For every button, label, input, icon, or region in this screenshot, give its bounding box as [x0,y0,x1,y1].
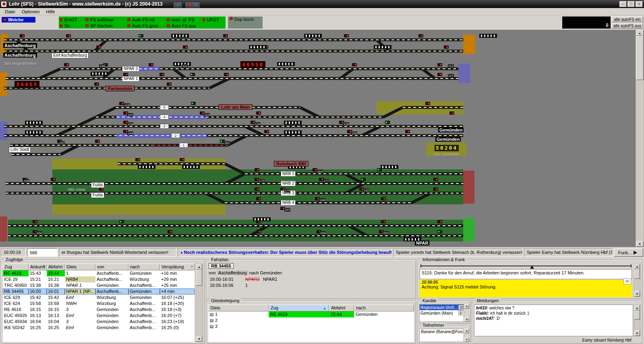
titlebar[interactable]: Lohr (SFS) - StellwerkSim - www.stellwer… [0,0,644,8]
table-row[interactable]: ICE 2915:2115:21NRB4Aschaffenb...Würzbur… [3,276,195,282]
toolbar-button[interactable]: Auto FS rot [127,17,155,22]
cell: 16:20 (+7) [160,313,195,319]
scroll-track[interactable] [634,279,640,291]
background-tab[interactable]: × [185,2,201,8]
command-input[interactable] [27,248,58,257]
scroll-up-icon[interactable]: ▲ [634,264,640,269]
scroll-thumb[interactable] [634,269,640,279]
entry-time: 16:00-16:01 [210,277,245,282]
scroll-thumb[interactable] [636,36,644,80]
channel-item[interactable]: Regionsraum (#rr0...20 [420,305,464,310]
cell: Gemünden [128,295,160,301]
scroll-up-icon[interactable]: ▲ [464,304,469,309]
column-header[interactable]: Ankunft [29,264,47,270]
scroll-down-icon[interactable]: ▼ [464,338,469,342]
diagram-scrollbar[interactable]: ▲ ▼ [636,30,644,247]
track-diagram[interactable]: AschaffenburgAschaffenburgEinf Aschaffen… [0,30,636,247]
scroll-track[interactable] [196,286,202,336]
train-number[interactable]: RB 34455 [209,263,234,269]
dsp-loesch-button[interactable]: Dsp lösch [228,16,263,29]
toolbar-button[interactable]: UFGT [202,17,219,22]
background-tab[interactable]: × [173,2,182,8]
column-header[interactable]: von [95,264,128,270]
cell: Würzburg [95,295,128,301]
table-row[interactable]: RE 461915:4315:441Aschaffenb...Gemünden+… [3,270,195,276]
scroll-up-icon[interactable]: ▲ [636,30,644,36]
table-row[interactable]: EUC 4592516:1316:13EinfGemündenAschaffen… [3,313,195,319]
zugfolge-scrollbar[interactable]: ▲ ▼ [196,264,203,342]
menu-item-optionen[interactable]: Optionen [19,9,43,14]
column-header[interactable]: Verspätung▼ [160,264,195,270]
minimize-button[interactable]: — [619,1,627,7]
maximize-button[interactable]: □ [627,1,635,7]
column-header[interactable]: nach [128,264,160,270]
chat-message: michi147: :D [476,316,631,321]
toolbar-button[interactable]: Auto FS grün [127,23,158,28]
table-row[interactable]: 2 [208,317,414,323]
close-icon: × [195,3,197,7]
table-row[interactable]: RB 3445516:0016:01NPAR 1 (NP...Aschaffen… [3,288,195,295]
scroll-down-icon[interactable]: ▼ [634,330,640,336]
scroll-up-icon[interactable]: ▲ [634,305,640,311]
table-row[interactable]: ICE 62915:4215:42EinfWürzburgGemünden16:… [3,295,195,301]
kanaele-scrollbar[interactable]: ▲ ▼ [464,304,469,322]
funk-message-list[interactable]: S115: Danke für den Anruf, die Arbeiten … [420,269,632,279]
column-header[interactable]: Zug▲ [269,305,329,311]
table-row[interactable]: 1RE 461915:44Gemünden [208,311,414,317]
slider-pointer-icon[interactable] [530,264,534,269]
toolbar: Weiche ErsGTFS auflösenAuto FS rotman. g… [0,15,644,30]
toolbar-button[interactable]: man. gl. FS [167,17,194,22]
column-header[interactable]: Gleis [208,305,269,311]
toolbar-button[interactable]: FS auflösen [85,17,114,22]
scroll-thumb[interactable] [634,311,640,319]
table-row[interactable]: 3 [208,323,414,330]
teilnehmer-scrollbar[interactable]: ▲ ▼ [464,329,469,342]
table-row[interactable]: RE 461616:1516:153GemündenAschaffenb...1… [3,307,195,313]
scroll-thumb[interactable] [196,270,202,286]
meldungen-list[interactable]: br610: welches stw ?Flakki: ich halt in … [474,305,633,336]
gleis-number: 3 [215,324,217,329]
column-header[interactable]: Abfahrt [47,264,65,270]
scroll-up-icon[interactable]: ▲ [464,329,469,333]
cell: 15:43 [29,270,47,276]
info-scrollbar[interactable]: ▲ ▼ [634,263,640,297]
meldungen-scrollbar[interactable]: ▲ ▼ [634,305,640,336]
toolbar-button[interactable]: SP löschen [85,23,112,28]
window-controls: — □ × [619,1,643,7]
scroll-track[interactable] [634,319,640,330]
table-row[interactable]: TRC 4095015:3815:38NPAR 1GemündenAschaff… [3,282,195,288]
alle-autofs-aus-button[interactable]: alle autoFS aus [611,23,643,29]
menu-item-datei[interactable]: Datei [2,9,19,14]
column-header[interactable]: Gleis [65,264,95,270]
funk-button[interactable]: Funk... [614,248,643,257]
column-header[interactable]: Zug [3,264,29,270]
alle-autofs-ein-button[interactable]: alle autoFS ein [611,16,643,22]
zugfolge-body: RE 461915:4315:441Aschaffenb...Gemünden+… [3,270,195,331]
status-message-3: Spieler yxredx hat Stellwerk Steinach (b… [393,248,523,257]
scroll-down-icon[interactable]: ▼ [634,291,640,297]
participant-item[interactable]: Banane (Banane@Forchha... [420,329,464,335]
close-button[interactable]: × [636,1,643,7]
menu-item-hilfe[interactable]: Hilfe [43,9,58,14]
funk-slider[interactable] [420,263,632,268]
cell-zug [269,323,329,330]
scroll-up-icon[interactable]: ▲ [196,264,202,270]
column-header[interactable]: Abfahrt [329,305,354,311]
toolbar-button[interactable]: Sh [60,23,70,28]
scroll-down-icon[interactable]: ▼ [464,317,469,322]
table-row[interactable]: EUC 4593416:0416:043GemündenAschaffenb..… [3,319,195,325]
scroll-down-icon[interactable]: ▼ [196,336,202,342]
table-row[interactable]: IKE 5024216:2516:25EinfGemündenAschaffen… [3,325,195,331]
weiche-button[interactable]: Weiche [2,17,35,23]
cell: 15:42 [29,295,47,301]
kanaele-list: Regionsraum (#rr0...20Gemünden (Main)2 [419,304,464,322]
envelope-icon[interactable]: ✉ [623,278,631,284]
channel-item[interactable]: Gemünden (Main)2 [420,310,464,316]
toolbar-button[interactable]: ErsGT [60,17,77,22]
column-header[interactable]: nach [354,305,414,311]
scroll-down-icon[interactable]: ▼ [636,241,644,247]
cell: ICE 629 [3,295,29,301]
toolbar-button[interactable]: Auto FS aus [167,23,196,28]
scroll-track[interactable] [636,80,644,241]
table-row[interactable]: ICE 62415:5815:58NWHWürzburgAschaffenb..… [3,301,195,307]
